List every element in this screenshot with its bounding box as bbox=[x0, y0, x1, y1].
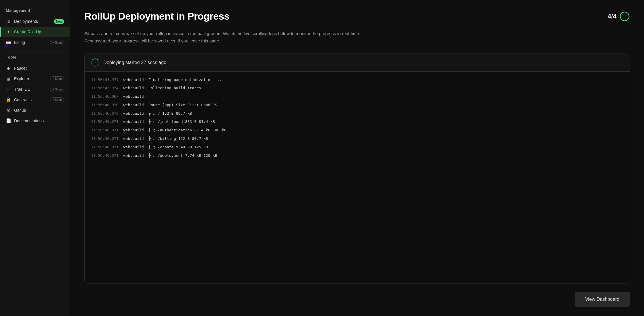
log-row: 11:56:46.067web:build: bbox=[85, 92, 630, 101]
faucet-icon: ◆ bbox=[6, 66, 11, 71]
management-section-label: Management bbox=[0, 8, 70, 16]
log-message: web:build: ├ ○ /create 9.49 kB 125 kB bbox=[123, 144, 208, 150]
log-message: web:build: ├ ○ /deployment 7.74 kB 120 k… bbox=[123, 153, 217, 159]
sidebar-item-deployments[interactable]: 🖥 Deployments New bbox=[0, 16, 70, 27]
log-timestamp: 11:56:46.071 bbox=[91, 127, 123, 133]
log-timestamp: 11:56:46.071 bbox=[91, 153, 123, 159]
svg-point-1 bbox=[620, 12, 629, 21]
log-row: 11:56:43.974web:build: Collecting build … bbox=[85, 84, 630, 92]
progress-indicator: 4/4 bbox=[607, 11, 630, 22]
log-timestamp: 11:56:46.070 bbox=[91, 102, 123, 108]
deploy-status-text: Deploying started 27 secs ago bbox=[103, 60, 166, 65]
sidebar-item-create-rollup[interactable]: + Create Roll-Up bbox=[0, 27, 70, 37]
log-timestamp: 11:56:46.071 bbox=[91, 144, 123, 150]
sidebar-item-true-ide[interactable]: >_ True IDE + Soon bbox=[0, 84, 70, 95]
github-icon: ⊙ bbox=[6, 108, 11, 113]
billing-icon: 💳 bbox=[6, 40, 11, 45]
sidebar-item-explorer[interactable]: ▦ Explorer + Soon bbox=[0, 73, 70, 84]
explorer-icon: ▦ bbox=[6, 76, 11, 81]
log-timestamp: 11:56:46.071 bbox=[91, 136, 123, 142]
log-timestamp: 11:56:46.067 bbox=[91, 94, 123, 100]
sidebar-item-label: Deployments bbox=[14, 19, 38, 24]
log-message: web:build: ├ ○ /authentication 87.4 kB 1… bbox=[123, 127, 226, 133]
documentations-icon: 📄 bbox=[6, 118, 11, 123]
badge-new: New bbox=[54, 19, 64, 24]
log-panel: Deploying started 27 secs ago 11:56:43.9… bbox=[84, 54, 630, 284]
progress-text: 4/4 bbox=[607, 13, 616, 20]
sidebar-item-label: Github bbox=[14, 108, 26, 113]
sidebar-item-label: Create Roll-Up bbox=[14, 30, 41, 34]
sidebar-item-github[interactable]: ⊙ Github bbox=[0, 105, 70, 116]
tools-section-label: Tools bbox=[0, 55, 70, 63]
log-timestamp: 11:56:46.070 bbox=[91, 111, 123, 117]
log-header: Deploying started 27 secs ago bbox=[85, 54, 630, 72]
log-message: web:build: ├ ○ /billing 152 B 80.7 kB bbox=[123, 136, 208, 142]
sidebar-item-label: Faucet bbox=[14, 66, 27, 71]
contracts-icon: 🔒 bbox=[6, 97, 11, 102]
log-timestamp: 11:56:43.974 bbox=[91, 85, 123, 91]
sidebar-item-label: Documentations bbox=[14, 118, 44, 123]
view-dashboard-button[interactable]: View Dashboard bbox=[575, 292, 630, 307]
log-row: 11:56:46.071web:build: ├ ○ /authenticati… bbox=[85, 126, 630, 135]
log-message: web:build: Finalizing page optimization … bbox=[123, 77, 222, 83]
sidebar-item-label: Contracts bbox=[14, 97, 32, 102]
sidebar-item-label: Billing bbox=[14, 40, 25, 45]
log-timestamp: 11:56:43.974 bbox=[91, 77, 123, 83]
page-title: RollUp Deployment in Progress bbox=[84, 11, 229, 22]
sidebar: Management 🖥 Deployments New + Create Ro… bbox=[0, 0, 70, 316]
log-message: web:build: Route (app) Size First Load J… bbox=[123, 102, 217, 108]
log-row: 11:56:43.974web:build: Finalizing page o… bbox=[85, 76, 630, 84]
log-message: web:build: bbox=[123, 94, 146, 100]
true-ide-icon: >_ bbox=[6, 87, 11, 92]
progress-circle-icon bbox=[619, 11, 630, 22]
log-row: 11:56:46.070web:build: Route (app) Size … bbox=[85, 101, 630, 109]
log-row: 11:56:46.071web:build: ├ ○ /_not-found 8… bbox=[85, 118, 630, 126]
sidebar-item-label: Explorer bbox=[14, 76, 29, 81]
create-rollup-icon: + bbox=[6, 29, 11, 35]
log-message: web:build: ├ ○ /_not-found 883 B 81.4 kB bbox=[123, 119, 215, 125]
log-row: 11:56:46.071web:build: ├ ○ /create 9.49 … bbox=[85, 143, 630, 152]
log-row: 11:56:46.071web:build: ├ ○ /billing 152 … bbox=[85, 135, 630, 143]
log-body[interactable]: 11:56:43.974web:build: Finalizing page o… bbox=[85, 72, 630, 284]
log-message: web:build: ┌ ○ / 152 B 80.7 kB bbox=[123, 111, 192, 117]
sidebar-item-contracts[interactable]: 🔒 Contracts + Soon bbox=[0, 95, 70, 105]
deployments-icon: 🖥 bbox=[6, 19, 11, 24]
page-description: Sit back and relax as we set up your rol… bbox=[84, 30, 377, 45]
spinning-circle-icon bbox=[91, 59, 99, 67]
badge-soon-explorer: + Soon bbox=[50, 76, 64, 81]
badge-soon-billing: + Soon bbox=[50, 40, 64, 45]
page-header: RollUp Deployment in Progress 4/4 bbox=[84, 11, 630, 22]
log-timestamp: 11:56:46.071 bbox=[91, 119, 123, 125]
log-message: web:build: Collecting build traces ... bbox=[123, 85, 210, 91]
sidebar-divider-2 bbox=[5, 130, 65, 130]
sidebar-item-faucet[interactable]: ◆ Faucet bbox=[0, 63, 70, 73]
badge-soon-true-ide: + Soon bbox=[50, 87, 64, 92]
log-row: 11:56:46.070web:build: ┌ ○ / 152 B 80.7 … bbox=[85, 109, 630, 118]
sidebar-divider-1 bbox=[5, 51, 65, 51]
sidebar-item-documentations[interactable]: 📄 Documentations bbox=[0, 116, 70, 126]
log-row: 11:56:46.071web:build: ├ ○ /deployment 7… bbox=[85, 152, 630, 160]
sidebar-item-billing[interactable]: 💳 Billing + Soon bbox=[0, 37, 70, 48]
sidebar-item-label: True IDE bbox=[14, 87, 30, 92]
badge-soon-contracts: + Soon bbox=[50, 97, 64, 102]
main-content: RollUp Deployment in Progress 4/4 Sit ba… bbox=[70, 0, 644, 316]
bottom-bar: View Dashboard bbox=[84, 292, 630, 307]
